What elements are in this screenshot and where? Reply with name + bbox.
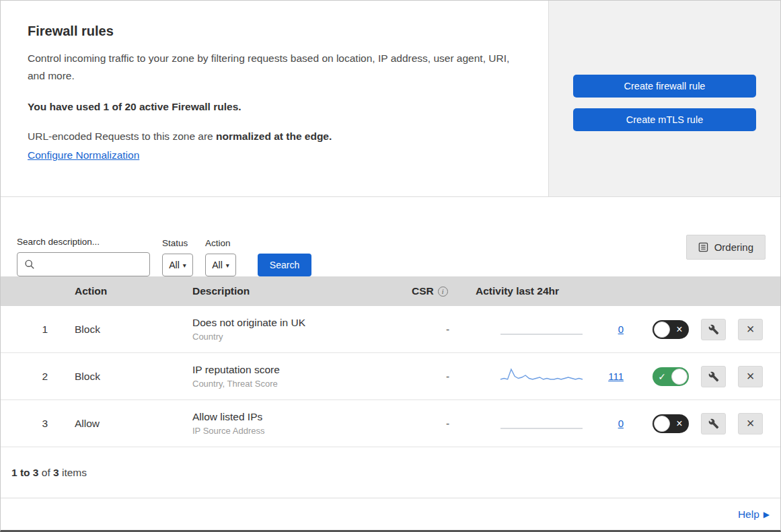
csr-header-label: CSR [412, 285, 434, 297]
activity-sparkline [500, 319, 583, 340]
action-filter-group: Action All ▾ [205, 238, 236, 276]
action-dropdown-value: All [212, 260, 223, 270]
help-arrow-icon: ▶ [764, 510, 770, 519]
toggle-knob [654, 416, 670, 432]
page-header: Firewall rules Control incoming traffic … [1, 1, 780, 197]
search-label: Search description... [17, 237, 150, 247]
status-filter-group: Status All ▾ [162, 238, 193, 276]
delete-rule-button[interactable]: × [738, 366, 763, 387]
rule-activity-cell: 0 [465, 319, 638, 340]
info-icon[interactable]: i [438, 287, 448, 297]
rule-description: IP reputation score [192, 364, 398, 376]
header-text-block: Firewall rules Control incoming traffic … [1, 1, 548, 196]
firewall-rules-page: Firewall rules Control incoming traffic … [0, 0, 781, 532]
action-column-header: Action [65, 285, 182, 297]
rule-criteria: Country [192, 332, 398, 342]
search-button[interactable]: Search [258, 254, 311, 276]
csr-column-header: CSR i [398, 285, 465, 297]
help-footer: Help ▶ [1, 498, 780, 530]
edit-rule-button[interactable] [701, 366, 726, 387]
rule-csr: - [398, 418, 465, 430]
filter-bar: Search description... Status All ▾ Actio… [1, 197, 780, 276]
help-link[interactable]: Help ▶ [738, 508, 770, 521]
action-dropdown[interactable]: All ▾ [205, 254, 236, 276]
cross-icon: × [670, 320, 689, 339]
rule-description: Allow listed IPs [192, 411, 398, 423]
search-group: Search description... [17, 237, 150, 276]
status-dropdown-value: All [169, 260, 180, 270]
ordering-button[interactable]: Ordering [686, 235, 766, 260]
table-row: 3 Allow Allow listed IPs IP Source Addre… [1, 400, 780, 447]
rule-criteria: Country, Threat Score [192, 379, 398, 389]
cross-icon: × [670, 414, 689, 433]
description-column-header: Description [182, 285, 398, 297]
action-label: Action [205, 238, 236, 248]
check-icon: ✓ [653, 367, 671, 386]
rule-priority: 1 [1, 324, 65, 336]
close-icon: × [747, 416, 755, 431]
items-range: 1 to 3 [11, 467, 38, 479]
create-firewall-rule-button[interactable]: Create firewall rule [573, 75, 756, 98]
configure-normalization-link[interactable]: Configure Normalization [28, 149, 139, 161]
rule-csr: - [398, 371, 465, 383]
header-actions-panel: Create firewall rule Create mTLS rule [548, 1, 780, 196]
activity-count-link[interactable]: 111 [601, 371, 624, 382]
rule-controls: ✓ × × [638, 319, 780, 340]
toggle-knob [654, 321, 670, 338]
normalization-bold: normalized at the edge. [216, 130, 332, 142]
items-label: items [59, 467, 87, 479]
rule-controls: ✓ × × [638, 413, 780, 434]
activity-count-link[interactable]: 0 [601, 324, 624, 335]
activity-column-header: Activity last 24hr [465, 285, 638, 297]
table-header-row: Action Description CSR i Activity last 2… [1, 276, 780, 306]
ordering-button-label: Ordering [714, 241, 753, 253]
rule-description: Does not originate in UK [192, 317, 398, 329]
close-icon: × [747, 321, 755, 337]
activity-sparkline [500, 367, 583, 387]
table-row: 2 Block IP reputation score Country, Thr… [1, 353, 780, 400]
rule-csr: - [398, 324, 465, 336]
wrench-icon [708, 371, 719, 382]
wrench-icon [708, 418, 719, 429]
rule-controls: ✓ × × [638, 366, 780, 387]
page-description: Control incoming traffic to your zone by… [28, 50, 519, 85]
search-input[interactable] [35, 253, 166, 276]
status-dropdown[interactable]: All ▾ [162, 254, 193, 276]
delete-rule-button[interactable]: × [738, 413, 763, 434]
page-title: Firewall rules [28, 24, 521, 39]
rule-action: Allow [65, 418, 182, 430]
search-box[interactable] [17, 252, 150, 276]
rule-activity-cell: 0 [465, 414, 638, 434]
rule-action: Block [65, 324, 182, 336]
close-icon: × [747, 369, 755, 384]
toggle-knob [671, 369, 687, 385]
rule-description-cell: Allow listed IPs IP Source Address [182, 411, 398, 436]
search-icon [24, 259, 35, 270]
rule-description-cell: Does not originate in UK Country [182, 317, 398, 342]
table-row: 1 Block Does not originate in UK Country… [1, 306, 780, 353]
rule-enabled-toggle[interactable]: ✓ × [653, 367, 689, 386]
edit-rule-button[interactable] [701, 413, 726, 434]
create-mtls-rule-button[interactable]: Create mTLS rule [573, 108, 756, 131]
wrench-icon [708, 324, 719, 335]
rule-action: Block [65, 371, 182, 383]
items-total: 3 [53, 467, 59, 479]
items-of-text: of [38, 467, 53, 479]
rule-priority: 2 [1, 371, 65, 383]
normalization-note: URL-encoded Requests to this zone are no… [28, 130, 521, 143]
delete-rule-button[interactable]: × [738, 319, 763, 340]
chevron-down-icon: ▾ [226, 262, 229, 269]
filter-controls: Search description... Status All ▾ Actio… [17, 208, 311, 276]
rule-activity-cell: 111 [465, 367, 638, 387]
items-count-footer: 1 to 3 of 3 items [1, 447, 780, 498]
usage-summary: You have used 1 of 20 active Firewall ru… [28, 101, 521, 113]
activity-count-link[interactable]: 0 [601, 418, 624, 429]
status-label: Status [162, 238, 193, 248]
rule-enabled-toggle[interactable]: ✓ × [653, 320, 689, 339]
edit-rule-button[interactable] [701, 319, 726, 340]
chevron-down-icon: ▾ [183, 262, 186, 269]
rule-enabled-toggle[interactable]: ✓ × [653, 414, 689, 433]
rule-criteria: IP Source Address [192, 426, 398, 436]
rule-priority: 3 [1, 418, 65, 430]
normalization-text: URL-encoded Requests to this zone are [28, 130, 216, 142]
